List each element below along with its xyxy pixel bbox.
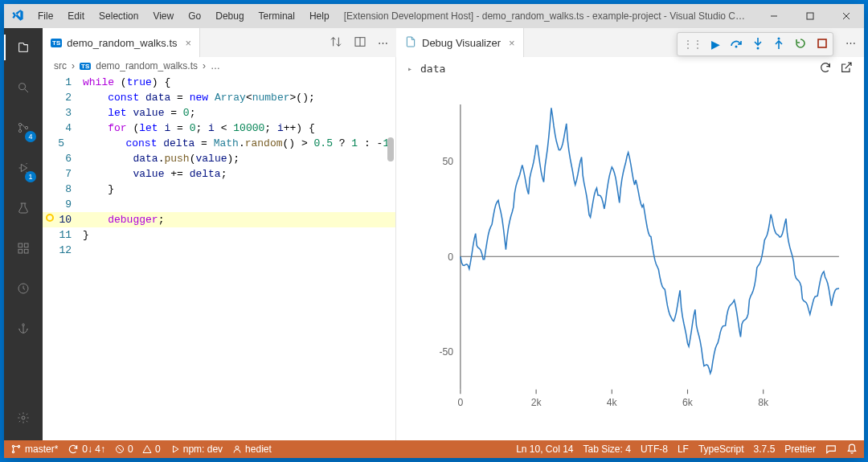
- menu-debug[interactable]: Debug: [209, 10, 250, 22]
- code-line[interactable]: 12: [43, 243, 395, 258]
- code-line[interactable]: 5 const delta = Math.random() > 0.5 ? 1 …: [43, 136, 395, 151]
- run-debug-icon[interactable]: 1: [4, 155, 43, 181]
- svg-rect-10: [18, 243, 23, 247]
- notifications-icon[interactable]: [846, 444, 858, 455]
- window-title: [Extension Development Host] - demo_rand…: [336, 10, 755, 22]
- editor-group-left: TS demo_random_walks.ts × ⋯: [43, 28, 396, 57]
- compare-changes-icon[interactable]: [330, 35, 342, 51]
- editor-group-actions-right: ⋯: [837, 37, 864, 49]
- menu-file[interactable]: File: [31, 10, 59, 22]
- typescript-file-icon: TS: [80, 63, 91, 70]
- language-mode[interactable]: TypeScript: [698, 444, 744, 455]
- code-editor-pane: src › TS demo_random_walks.ts › … 1while…: [43, 57, 396, 440]
- svg-text:2k: 2k: [531, 397, 542, 408]
- code-editor[interactable]: 1while (true) {2 const data = new Array<…: [43, 75, 395, 440]
- settings-gear-icon[interactable]: [4, 405, 43, 431]
- tab-size[interactable]: Tab Size: 4: [583, 444, 631, 455]
- code-line[interactable]: 1while (true) {: [43, 75, 395, 90]
- history-icon[interactable]: [4, 276, 43, 301]
- prettier-status[interactable]: Prettier: [784, 444, 816, 455]
- code-line[interactable]: 9: [43, 197, 395, 212]
- search-icon[interactable]: [4, 75, 43, 100]
- stop-icon[interactable]: [817, 38, 828, 51]
- vscode-logo-icon: [4, 9, 31, 24]
- minimap-scrollbar[interactable]: [387, 137, 394, 161]
- tab-demo-random-walks[interactable]: TS demo_random_walks.ts ×: [43, 28, 200, 57]
- activity-bar: 4 1: [4, 28, 43, 440]
- continue-icon[interactable]: ▶: [711, 38, 720, 51]
- code-line[interactable]: 2 const data = new Array<number>();: [43, 90, 395, 105]
- breadcrumb[interactable]: src › TS demo_random_walks.ts › …: [43, 57, 395, 75]
- menu-terminal[interactable]: Terminal: [252, 10, 301, 22]
- svg-point-4: [19, 84, 26, 90]
- code-line[interactable]: 11}: [43, 227, 395, 243]
- close-icon[interactable]: ×: [509, 37, 515, 49]
- menu-help[interactable]: Help: [303, 10, 336, 22]
- visualizer-expression[interactable]: data: [420, 63, 445, 75]
- svg-rect-40: [818, 39, 826, 47]
- problems-status[interactable]: 0 0: [115, 444, 161, 455]
- breakpoint-icon[interactable]: [46, 214, 54, 222]
- code-line[interactable]: 3 let value = 0;: [43, 105, 395, 121]
- svg-text:-50: -50: [439, 346, 453, 358]
- svg-point-46: [235, 446, 239, 449]
- tab-debug-visualizer[interactable]: Debug Visualizer ×: [396, 28, 524, 57]
- menu-edit[interactable]: Edit: [61, 10, 91, 22]
- git-branch[interactable]: master*: [10, 444, 58, 455]
- chart-area: -5005002k4k6k8k: [420, 88, 848, 424]
- pop-out-icon[interactable]: [840, 61, 853, 76]
- ts-version[interactable]: 3.7.5: [754, 444, 776, 455]
- extensions-icon[interactable]: [4, 235, 43, 261]
- visualizer-header: ▸ data: [396, 57, 864, 80]
- cursor-position[interactable]: Ln 10, Col 14: [516, 444, 573, 455]
- testing-icon[interactable]: [4, 195, 43, 221]
- restart-icon[interactable]: [794, 37, 807, 52]
- sync-status[interactable]: 0↓ 4↑: [68, 444, 105, 455]
- step-into-icon[interactable]: [752, 37, 764, 52]
- menu-selection[interactable]: Selection: [92, 10, 145, 22]
- code-line[interactable]: 4 for (let i = 0; i < 10000; i++) {: [43, 121, 395, 136]
- split-editor-icon[interactable]: [354, 35, 366, 51]
- code-line[interactable]: 7 value += delta;: [43, 166, 395, 182]
- menu-view[interactable]: View: [146, 10, 180, 22]
- status-bar: master* 0↓ 4↑ 0 0 npm: dev hediet Ln 10,…: [4, 440, 864, 458]
- code-line[interactable]: 10 debugger;: [43, 212, 395, 227]
- line-chart: -5005002k4k6k8k: [420, 88, 848, 424]
- liveshare-status[interactable]: hediet: [232, 444, 272, 455]
- code-line[interactable]: 6 data.push(value);: [43, 151, 395, 166]
- maximize-button[interactable]: [792, 4, 828, 28]
- expander-icon[interactable]: ▸: [407, 64, 412, 73]
- tab-label: demo_random_walks.ts: [67, 37, 177, 49]
- svg-text:4k: 4k: [607, 397, 618, 408]
- explorer-icon[interactable]: [4, 35, 43, 60]
- minimize-button[interactable]: [755, 4, 792, 28]
- encoding[interactable]: UTF-8: [641, 444, 668, 455]
- step-out-icon[interactable]: [773, 37, 784, 52]
- more-actions-icon[interactable]: ⋯: [845, 37, 856, 49]
- eol[interactable]: LF: [678, 444, 689, 455]
- anchor-icon[interactable]: [4, 316, 43, 341]
- svg-point-37: [757, 47, 760, 49]
- menu-go[interactable]: Go: [182, 10, 207, 22]
- svg-point-8: [25, 126, 27, 129]
- svg-line-45: [118, 448, 122, 452]
- more-actions-icon[interactable]: ⋯: [378, 37, 388, 49]
- svg-point-17: [22, 416, 25, 419]
- refresh-icon[interactable]: [819, 61, 832, 76]
- svg-point-39: [778, 37, 780, 39]
- source-control-icon[interactable]: 4: [4, 115, 43, 141]
- close-icon[interactable]: ×: [186, 37, 192, 49]
- svg-text:6k: 6k: [682, 397, 694, 408]
- scm-badge: 4: [25, 131, 36, 142]
- drag-handle-icon[interactable]: ⋮⋮: [682, 38, 702, 51]
- close-button[interactable]: [828, 4, 864, 28]
- feedback-icon[interactable]: [825, 444, 837, 455]
- svg-rect-11: [18, 249, 23, 253]
- code-line[interactable]: 8 }: [43, 182, 395, 197]
- svg-text:0: 0: [448, 251, 453, 263]
- task-status[interactable]: npm: dev: [170, 444, 223, 455]
- step-over-icon[interactable]: [730, 38, 743, 51]
- preview-file-icon: [404, 35, 417, 51]
- window-controls: [755, 4, 864, 28]
- debug-toolbar[interactable]: ⋮⋮ ▶: [677, 32, 833, 56]
